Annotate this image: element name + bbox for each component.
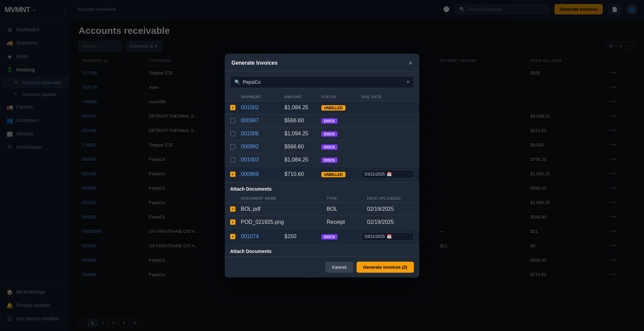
col-shipment: SHIPMENT (241, 95, 284, 99)
amount: $710.60 (284, 171, 321, 177)
status-badge: UNBILLED (321, 105, 362, 111)
modal-shipment-row: 000997 $566.60 DOCS (225, 114, 419, 127)
calendar-icon[interactable]: 📅 (387, 234, 392, 239)
shipment-id: 000992 (241, 144, 284, 150)
docs-col-check (230, 196, 241, 200)
docs-row: BOL.pdf BOL 02/19/2025 (225, 203, 419, 216)
status-badge: DOCS (321, 131, 362, 137)
due-date-value: 03/21/2025 (365, 172, 385, 177)
col-check (230, 95, 241, 99)
doc-checkbox[interactable] (230, 219, 235, 225)
status-badge: DOCS (321, 234, 362, 240)
col-status: STATUS (321, 95, 362, 99)
calendar-icon[interactable]: 📅 (387, 172, 392, 177)
cancel-button[interactable]: Cancel (325, 262, 353, 273)
docs-col-date: DATE UPLOADED (367, 196, 414, 200)
doc-name: BOL.pdf (241, 206, 327, 212)
shipment-id: 001003 (241, 157, 284, 163)
modal-header: Generate Invoices × (225, 54, 419, 71)
due-date-input-wrap: 03/21/2025 📅 (362, 170, 414, 179)
status-badge: UNBILLED (321, 171, 362, 177)
shipment-id: 000969 (241, 171, 284, 177)
status-badge: DOCS (321, 144, 362, 150)
attach-docs-header-1: Attach Documents (225, 182, 419, 194)
modal-footer: Cancel Generate invoices (2) (225, 257, 419, 277)
doc-name: POD_021925.png (241, 219, 327, 225)
amount: $1,094.25 (284, 131, 321, 137)
row-checkbox[interactable] (230, 118, 235, 123)
row-checkbox[interactable] (230, 131, 235, 136)
modal-shipment-row: 001003 $1,084.25 DOCS (225, 153, 419, 167)
docs-col-type: TYPE (327, 196, 367, 200)
shipment-id: 001074 (241, 234, 284, 240)
modal-overlay: Generate Invoices × 🔍 × SHIPMENT AMOUNT … (0, 0, 644, 331)
modal-title: Generate Invoices (231, 60, 278, 66)
amount: $1,084.25 (284, 157, 321, 163)
modal-shipment-row: 001006 $1,094.25 DOCS (225, 127, 419, 140)
modal-shipment-row: 001002 $1,084.25 UNBILLED (225, 101, 419, 114)
status-badge: DOCS (321, 157, 362, 163)
due-date-value: 03/21/2025 (365, 234, 385, 239)
doc-date: 02/19/2025 (367, 206, 414, 212)
modal-shipment-row: 000992 $566.60 DOCS (225, 140, 419, 153)
docs-col-name: DOCUMENT NAME (241, 196, 327, 200)
generate-invoices-button[interactable]: Generate invoices (2) (357, 262, 414, 273)
due-date-input-wrap: 03/21/2025 📅 (362, 232, 414, 241)
status-badge: DOCS (321, 118, 362, 124)
doc-date: 02/19/2025 (367, 219, 414, 225)
doc-type: BOL (327, 206, 367, 212)
shipment-id: 001002 (241, 105, 284, 111)
modal-table-header: SHIPMENT AMOUNT STATUS DUE DATE (225, 93, 419, 101)
modal-search-icon: 🔍 (234, 79, 240, 85)
modal-search-input[interactable] (243, 79, 404, 85)
docs-row: POD_021925.png Receipt 02/19/2025 (225, 216, 419, 229)
shipment-id: 000997 (241, 118, 284, 124)
modal-shipment-row: 001074 $150 DOCS 03/21/2025 📅 (225, 229, 419, 245)
col-due-date: DUE DATE (362, 95, 414, 99)
modal-search-clear-button[interactable]: × (407, 79, 410, 85)
amount: $1,084.25 (284, 105, 321, 111)
doc-checkbox[interactable] (230, 206, 235, 212)
row-checkbox[interactable] (230, 172, 235, 177)
docs-table-header: DOCUMENT NAME TYPE DATE UPLOADED (225, 194, 419, 203)
attach-docs-header-2: Attach Documents (225, 245, 419, 257)
amount: $150 (284, 234, 321, 240)
amount: $566.60 (284, 144, 321, 150)
row-checkbox[interactable] (230, 105, 235, 110)
row-checkbox[interactable] (230, 157, 235, 162)
row-checkbox[interactable] (230, 144, 235, 149)
row-checkbox[interactable] (230, 234, 235, 239)
col-amount: AMOUNT (284, 95, 321, 99)
shipment-id: 001006 (241, 131, 284, 137)
modal-close-button[interactable]: × (409, 60, 413, 66)
doc-type: Receipt (327, 219, 367, 225)
generate-invoices-modal: Generate Invoices × 🔍 × SHIPMENT AMOUNT … (225, 54, 419, 277)
amount: $566.60 (284, 118, 321, 124)
modal-search-bar: 🔍 × (230, 76, 414, 88)
modal-shipment-row: 000969 $710.60 UNBILLED 03/21/2025 📅 (225, 167, 419, 182)
